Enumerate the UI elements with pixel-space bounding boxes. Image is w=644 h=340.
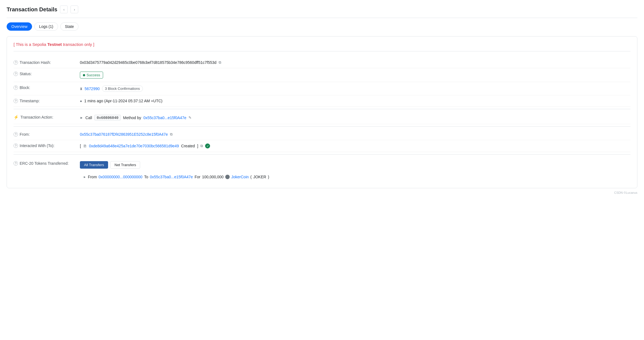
- help-icon-erc20[interactable]: ?: [14, 161, 18, 166]
- call-arrow-icon: ►: [80, 116, 83, 120]
- row-transaction-hash: ? Transaction Hash: 0x03d3475779a042d294…: [14, 57, 630, 68]
- nav-back-button[interactable]: ‹: [60, 6, 68, 13]
- help-icon-timestamp[interactable]: ?: [14, 99, 18, 103]
- call-text: Call: [85, 116, 92, 120]
- transaction-card: [ This is a Sepolia Testnet transaction …: [7, 36, 637, 188]
- lightning-icon: ⚡: [14, 115, 19, 120]
- hash-value: 0x03d3475779a042d29465c0be0768cbef7d8185…: [80, 60, 216, 65]
- close-bracket: ]: [197, 144, 198, 148]
- method-badge: 0x60806040: [94, 115, 121, 121]
- footer-copyright: CSDN ©Lucanus: [7, 191, 637, 194]
- from-label: From: [88, 175, 97, 179]
- hourglass-icon: ⧗: [80, 87, 82, 91]
- value-interacted-with: [ 🖹 0xde8d49a648e425a7e1de70e7030bc56658…: [80, 143, 630, 148]
- testnet-suffix: transaction only ]: [62, 42, 95, 47]
- value-transaction-action: ► Call 0x60806040 Method by 0x55c37ba0..…: [80, 115, 630, 121]
- tab-state[interactable]: State: [60, 22, 79, 31]
- row-timestamp: ? Timestamp: ● 1 mins ago (Apr-11-2024 0…: [14, 95, 630, 107]
- value-erc20: All Transfers Net Transfers ► From 0x000…: [80, 160, 630, 179]
- status-dot: [83, 74, 85, 76]
- help-icon-block[interactable]: ?: [14, 85, 18, 90]
- testnet-bold: Testnet: [47, 42, 62, 47]
- interacted-address-link[interactable]: 0xde8d49a648e425a7e1de70e7030bc566581d9e…: [89, 144, 179, 148]
- label-erc20: ? ERC-20 Tokens Transferred:: [14, 160, 80, 166]
- section-divider-3: [14, 154, 630, 155]
- testnet-banner: [ This is a Sepolia Testnet transaction …: [14, 42, 630, 51]
- nav-forward-button[interactable]: ›: [70, 6, 78, 13]
- token-symbol-text: JOKER: [253, 175, 266, 179]
- copy-hash-icon[interactable]: ⧉: [219, 60, 221, 65]
- help-icon-interacted[interactable]: ?: [14, 143, 18, 148]
- token-symbol: (: [250, 175, 252, 179]
- method-address-link[interactable]: 0x55c37ba0...e15f0A47e: [143, 116, 187, 120]
- section-divider-2: [14, 126, 630, 127]
- help-icon-status[interactable]: ?: [14, 72, 18, 76]
- edit-icon[interactable]: ✎: [189, 116, 192, 120]
- section-divider: [14, 109, 630, 109]
- tab-overview[interactable]: Overview: [7, 22, 32, 31]
- token-name-link[interactable]: JokerCoin: [231, 175, 249, 179]
- row-transaction-action: ⚡ Transaction Action: ► Call 0x60806040 …: [14, 111, 630, 124]
- label-timestamp: ? Timestamp:: [14, 99, 80, 103]
- block-confirmations-badge: 3 Block Confirmations: [102, 85, 143, 92]
- value-status: Success: [80, 72, 630, 79]
- copy-from-icon[interactable]: ⧉: [170, 132, 172, 137]
- testnet-prefix: [ This is a Sepolia: [14, 42, 47, 47]
- file-icon: 🖹: [83, 144, 87, 148]
- row-block: ? Block: ⧗ 5672990 3 Block Confirmations: [14, 82, 630, 95]
- label-transaction-hash: ? Transaction Hash:: [14, 60, 80, 65]
- token-symbol-close: ): [268, 175, 269, 179]
- created-text: Created: [181, 144, 195, 148]
- label-block: ? Block:: [14, 85, 80, 90]
- tab-bar: Overview Logs (1) State: [7, 22, 637, 31]
- transfer-arrow-icon: ►: [83, 175, 86, 179]
- to-label: To: [144, 175, 148, 179]
- row-status: ? Status: Success: [14, 68, 630, 82]
- transfer-tab-bar: All Transfers Net Transfers: [80, 161, 140, 169]
- from-address-link[interactable]: 0x55c37ba076187fDf42863951E5252c8e15f0A4…: [80, 132, 168, 137]
- row-interacted-with: ? Interacted With (To): [ 🖹 0xde8d49a648…: [14, 140, 630, 152]
- transfer-to-address[interactable]: 0x55c37ba0...e15f0A47e: [150, 175, 193, 179]
- verified-icon: ✓: [205, 143, 210, 148]
- label-transaction-action: ⚡ Transaction Action:: [14, 115, 80, 120]
- row-from: ? From: 0x55c37ba076187fDf42863951E5252c…: [14, 129, 630, 140]
- for-label: For: [195, 175, 200, 179]
- transfer-row: ► From 0x00000000...000000000 To 0x55c37…: [80, 175, 269, 179]
- transfer-from-address[interactable]: 0x00000000...000000000: [99, 175, 143, 179]
- tab-all-transfers[interactable]: All Transfers: [80, 161, 108, 169]
- method-by-text: Method by: [123, 116, 141, 120]
- clock-icon: ●: [80, 99, 82, 103]
- label-status: ? Status:: [14, 72, 80, 76]
- tab-logs[interactable]: Logs (1): [34, 22, 58, 31]
- transfer-amount: 100,000,000: [202, 175, 224, 179]
- value-timestamp: ● 1 mins ago (Apr-11-2024 05:37:12 AM +U…: [80, 99, 630, 103]
- tab-net-transfers[interactable]: Net Transfers: [110, 161, 140, 169]
- copy-interacted-icon[interactable]: ⧉: [200, 144, 203, 148]
- timestamp-text: 1 mins ago (Apr-11-2024 05:37:12 AM +UTC…: [84, 99, 163, 103]
- coin-icon: [225, 175, 230, 179]
- block-number-link[interactable]: 5672990: [85, 87, 100, 91]
- status-badge: Success: [80, 72, 103, 79]
- status-text: Success: [87, 73, 100, 77]
- help-icon-from[interactable]: ?: [14, 132, 18, 137]
- value-transaction-hash: 0x03d3475779a042d29465c0be0768cbef7d8185…: [80, 60, 630, 65]
- header-divider: [7, 18, 637, 18]
- help-icon-hash[interactable]: ?: [14, 60, 18, 65]
- value-block: ⧗ 5672990 3 Block Confirmations: [80, 85, 630, 92]
- value-from: 0x55c37ba076187fDf42863951E5252c8e15f0A4…: [80, 132, 630, 137]
- label-from: ? From:: [14, 132, 80, 137]
- page-title: Transaction Details: [7, 6, 57, 13]
- row-erc20: ? ERC-20 Tokens Transferred: All Transfe…: [14, 157, 630, 182]
- label-interacted-with: ? Interacted With (To):: [14, 143, 80, 148]
- open-bracket: [: [80, 144, 81, 148]
